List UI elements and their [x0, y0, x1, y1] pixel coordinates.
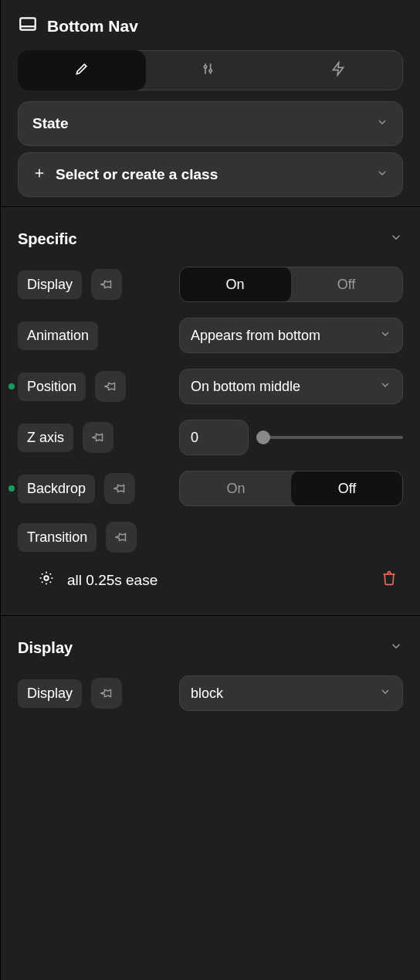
section-specific-title: Specific: [18, 230, 77, 248]
backdrop-toggle-on[interactable]: On: [180, 471, 292, 505]
chevron-down-icon: [376, 115, 388, 132]
chevron-down-icon: [379, 686, 391, 702]
pencil-icon: [74, 61, 90, 80]
display-prop-value: block: [191, 686, 223, 702]
row-position: Position On bottom middle: [1, 361, 420, 412]
row-display2: Display block: [1, 668, 420, 719]
override-indicator: [8, 383, 15, 390]
pin-button[interactable]: [91, 678, 122, 709]
svg-point-3: [205, 65, 207, 67]
pin-button[interactable]: [104, 473, 135, 504]
label-zaxis: Z axis: [18, 424, 73, 452]
display-toggle-on[interactable]: On: [179, 267, 291, 302]
backdrop-toggle-off[interactable]: Off: [291, 471, 403, 506]
display-toggle-off[interactable]: Off: [290, 267, 402, 301]
label-backdrop: Backdrop: [18, 475, 95, 503]
position-select[interactable]: On bottom middle: [179, 369, 403, 404]
section-specific: Specific Display On Off Animation: [1, 207, 420, 616]
row-transition: Transition: [1, 514, 420, 560]
element-title: Bottom Nav: [47, 17, 138, 36]
animation-select[interactable]: Appears from bottom: [179, 318, 403, 353]
label-display2: Display: [18, 679, 82, 708]
mode-tabs: [18, 50, 403, 90]
slider-thumb[interactable]: [256, 430, 270, 444]
transition-entry: all 0.25s ease: [1, 560, 420, 600]
zaxis-input[interactable]: 0: [179, 420, 249, 455]
inspector-panel: Bottom Nav: [1, 0, 420, 734]
backdrop-toggle[interactable]: On Off: [179, 471, 403, 506]
section-display-title: Display: [18, 639, 73, 657]
svg-line-15: [50, 582, 51, 583]
pin-button[interactable]: [91, 269, 122, 300]
tab-actions[interactable]: [274, 51, 402, 90]
section-specific-header[interactable]: Specific: [1, 215, 420, 259]
row-display: Display On Off: [1, 259, 420, 310]
section-display-header[interactable]: Display: [1, 624, 420, 668]
label-display: Display: [18, 271, 82, 299]
svg-rect-0: [20, 18, 36, 29]
class-dropdown[interactable]: Select or create a class: [18, 152, 403, 197]
sliders-icon: [202, 61, 217, 80]
state-dropdown-label: State: [32, 115, 68, 132]
animation-select-value: Appears from bottom: [191, 328, 320, 344]
svg-line-16: [42, 582, 42, 583]
zaxis-slider[interactable]: [256, 430, 403, 445]
pin-button[interactable]: [95, 371, 126, 402]
delete-transition-button[interactable]: [381, 570, 397, 590]
svg-point-5: [209, 69, 212, 71]
display-toggle[interactable]: On Off: [179, 267, 403, 302]
row-zaxis: Z axis 0: [1, 412, 420, 463]
svg-line-17: [50, 573, 51, 574]
plus-icon: [32, 166, 46, 184]
label-transition: Transition: [18, 523, 97, 552]
bottom-nav-icon: [18, 14, 38, 38]
element-header: Bottom Nav: [1, 0, 420, 47]
class-dropdown-label: Select or create a class: [56, 166, 218, 183]
lightning-icon: [330, 61, 346, 80]
transition-icon: [38, 570, 55, 590]
chevron-down-icon: [389, 639, 403, 657]
svg-point-9: [44, 576, 49, 580]
zaxis-value: 0: [191, 430, 198, 446]
pin-button[interactable]: [106, 522, 137, 553]
transition-value[interactable]: all 0.25s ease: [67, 572, 158, 589]
tab-settings[interactable]: [145, 51, 273, 90]
svg-marker-6: [333, 62, 343, 75]
svg-line-14: [42, 573, 42, 574]
display-prop-select[interactable]: block: [179, 675, 403, 711]
chevron-down-icon: [376, 166, 388, 183]
state-dropdown[interactable]: State: [18, 101, 403, 146]
chevron-down-icon: [379, 328, 391, 344]
row-backdrop: Backdrop On Off: [1, 463, 420, 514]
override-indicator: [8, 485, 15, 492]
chevron-down-icon: [389, 230, 403, 248]
position-select-value: On bottom middle: [191, 379, 300, 395]
label-position: Position: [18, 373, 86, 401]
slider-track: [256, 436, 403, 439]
pin-button[interactable]: [83, 422, 113, 453]
tab-edit[interactable]: [18, 50, 146, 90]
label-animation: Animation: [18, 322, 98, 350]
section-display: Display Display block: [1, 616, 420, 734]
row-animation: Animation Appears from bottom: [1, 310, 420, 361]
chevron-down-icon: [379, 379, 391, 395]
